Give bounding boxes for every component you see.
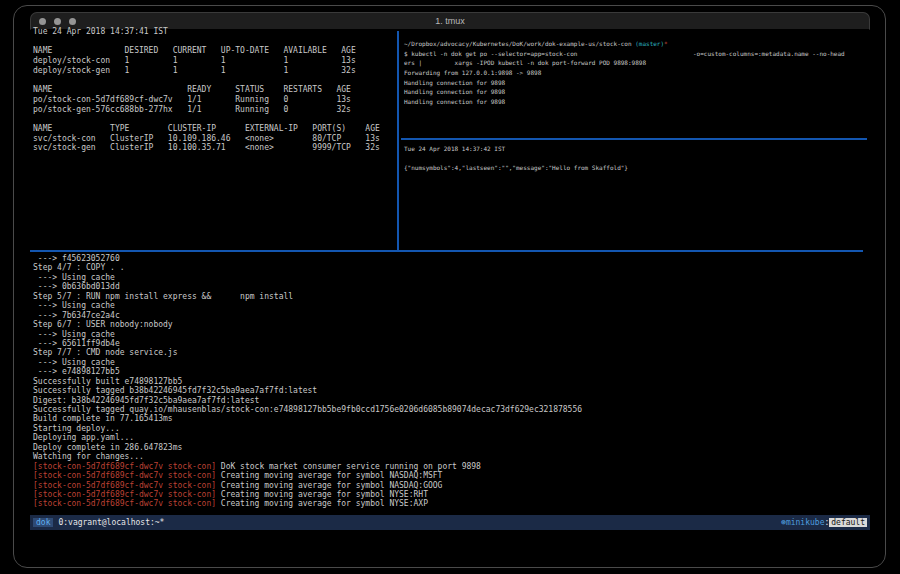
git-branch: (master) bbox=[635, 40, 664, 47]
terminal-line: Successfully built e74898127bb5 bbox=[33, 377, 867, 386]
shell-prompt-line: ~/Dropbox/advocacy/Kubernetes/DoK/work/d… bbox=[404, 39, 868, 49]
pane-skaffold-build[interactable]: ---> f45623052760Step 4/7 : COPY . . ---… bbox=[33, 254, 867, 509]
terminal-line: Deploy complete in 286.647823ms bbox=[33, 443, 867, 452]
git-dirty-flag: * bbox=[664, 40, 668, 47]
terminal-line: ---> 7b6347ce2a4c bbox=[33, 311, 867, 320]
pod-log-text: Creating moving average for symbol NYSE:… bbox=[216, 490, 428, 499]
terminal-line: Step 5/7 : RUN npm install express && np… bbox=[33, 292, 867, 301]
pane-divider-main-horizontal[interactable] bbox=[30, 250, 863, 252]
terminal-line: ---> Using cache bbox=[33, 358, 867, 367]
terminal-line: Digest: b38b42246945fd7f32c5ba9aea7af7fd… bbox=[33, 396, 867, 405]
terminal-line: Handling connection for 9898 bbox=[404, 97, 868, 107]
maximize-button[interactable] bbox=[69, 18, 76, 25]
pane-divider-vertical[interactable] bbox=[397, 31, 399, 250]
minimize-button[interactable] bbox=[54, 18, 61, 25]
pod-log-line: [stock-con-5d7df689cf-dwc7v stock-con] C… bbox=[33, 499, 867, 508]
window-title: 1. tmux bbox=[31, 16, 869, 26]
terminal-line bbox=[33, 37, 395, 47]
terminal-line: Build complete in 77.165413ms bbox=[33, 414, 867, 423]
pod-log-text: Creating moving average for symbol NASDA… bbox=[216, 481, 442, 490]
terminal-line: NAME TYPE CLUSTER-IP EXTERNAL-IP PORT(S)… bbox=[33, 124, 395, 134]
terminal-line: ---> 0b636bd013dd bbox=[33, 282, 867, 291]
terminal-line: Forwarding from 127.0.0.1:9898 -> 9898 bbox=[404, 68, 868, 78]
terminal-line: deploy/stock-con 1 1 1 1 13s bbox=[33, 56, 395, 66]
terminal-line: ---> 65611ff9db4e bbox=[33, 339, 867, 348]
tmux-session-name[interactable]: dok bbox=[33, 518, 53, 527]
terminal-line: {"numsymbols":4,"lastseen":"","message":… bbox=[404, 163, 868, 173]
tmux-window-label[interactable]: 0:vagrant@localhost:~* bbox=[58, 518, 164, 527]
terminal-line: ---> Using cache bbox=[33, 301, 867, 310]
pod-log-line: [stock-con-5d7df689cf-dwc7v stock-con] D… bbox=[33, 462, 867, 471]
terminal-line bbox=[33, 114, 395, 124]
terminal-line: NAME DESIRED CURRENT UP-TO-DATE AVAILABL… bbox=[33, 46, 395, 56]
terminal-line: svc/stock-gen ClusterIP 10.100.35.71 <no… bbox=[33, 143, 395, 153]
terminal-line: NAME READY STATUS RESTARTS AGE bbox=[33, 85, 395, 95]
pod-log-text: Creating moving average for symbol NYSE:… bbox=[216, 499, 428, 508]
terminal-line: Handling connection for 9898 bbox=[404, 87, 868, 97]
pod-log-prefix: [stock-con-5d7df689cf-dwc7v stock-con] bbox=[33, 481, 216, 490]
kube-context: minikube bbox=[786, 518, 825, 527]
terminal-line: $ kubectl -n dok get po --selector=app=s… bbox=[404, 49, 868, 59]
terminal-line: deploy/stock-gen 1 1 1 1 32s bbox=[33, 66, 395, 76]
pod-log-prefix: [stock-con-5d7df689cf-dwc7v stock-con] bbox=[33, 462, 216, 471]
terminal-line: po/stock-gen-576cc688bb-277hx 1/1 Runnin… bbox=[33, 105, 395, 115]
pane-kubectl-watch[interactable]: Tue 24 Apr 2018 14:37:41 ISTNAME DESIRED… bbox=[33, 27, 395, 153]
terminal-line: Tue 24 Apr 2018 14:37:42 IST bbox=[404, 144, 868, 154]
pod-log-line: [stock-con-5d7df689cf-dwc7v stock-con] C… bbox=[33, 490, 867, 499]
pod-log-prefix: [stock-con-5d7df689cf-dwc7v stock-con] bbox=[33, 471, 216, 480]
terminal-line bbox=[404, 154, 868, 164]
close-button[interactable] bbox=[39, 18, 46, 25]
pod-log-prefix: [stock-con-5d7df689cf-dwc7v stock-con] bbox=[33, 490, 216, 499]
terminal-line: ---> f45623052760 bbox=[33, 254, 867, 263]
pod-log-line: [stock-con-5d7df689cf-dwc7v stock-con] C… bbox=[33, 481, 867, 490]
port-forward-output: $ kubectl -n dok get po --selector=app=s… bbox=[404, 49, 868, 107]
terminal-line: Tue 24 Apr 2018 14:37:41 IST bbox=[33, 27, 395, 37]
terminal-line: Deploying app.yaml... bbox=[33, 433, 867, 442]
terminal-line: Starting deploy... bbox=[33, 424, 867, 433]
terminal-line: Step 4/7 : COPY . . bbox=[33, 263, 867, 272]
tmux-status-bar: dok0:vagrant@localhost:~* ⊛minikube:defa… bbox=[30, 515, 870, 530]
pane-port-forward[interactable]: ~/Dropbox/advocacy/Kubernetes/DoK/work/d… bbox=[404, 39, 868, 107]
kube-namespace: default bbox=[829, 518, 867, 527]
terminal-line bbox=[33, 75, 395, 85]
pod-log-text: DoK stock market consumer service runnin… bbox=[216, 462, 481, 471]
terminal-line: svc/stock-con ClusterIP 10.109.186.46 <n… bbox=[33, 134, 395, 144]
prompt-path: ~/Dropbox/advocacy/Kubernetes/DoK/work/d… bbox=[404, 40, 635, 47]
terminal-line: Step 7/7 : CMD node service.js bbox=[33, 348, 867, 357]
terminal-line: ers | xargs -IPOD kubectl -n dok port-fo… bbox=[404, 58, 868, 68]
pane-divider-right-horizontal[interactable] bbox=[401, 138, 867, 140]
terminal-line: Successfully tagged quay.io/mhausenblas/… bbox=[33, 405, 867, 414]
terminal-line: Watching for changes... bbox=[33, 452, 867, 461]
terminal-line: Handling connection for 9898 bbox=[404, 78, 868, 88]
pod-log-line: [stock-con-5d7df689cf-dwc7v stock-con] C… bbox=[33, 471, 867, 480]
terminal-line: ---> Using cache bbox=[33, 273, 867, 282]
pod-log-prefix: [stock-con-5d7df689cf-dwc7v stock-con] bbox=[33, 499, 216, 508]
terminal-line: ---> Using cache bbox=[33, 330, 867, 339]
terminal-line: Successfully tagged b38b42246945fd7f32c5… bbox=[33, 386, 867, 395]
pane-curl-output[interactable]: Tue 24 Apr 2018 14:37:42 IST{"numsymbols… bbox=[404, 144, 868, 173]
terminal-line: Step 6/7 : USER nobody:nobody bbox=[33, 320, 867, 329]
docker-build-output: ---> f45623052760Step 4/7 : COPY . . ---… bbox=[33, 254, 867, 462]
pod-log-text: Creating moving average for symbol NASDA… bbox=[216, 471, 442, 480]
terminal-line: po/stock-con-5d7df689cf-dwc7v 1/1 Runnin… bbox=[33, 95, 395, 105]
terminal-line: ---> e74898127bb5 bbox=[33, 367, 867, 376]
